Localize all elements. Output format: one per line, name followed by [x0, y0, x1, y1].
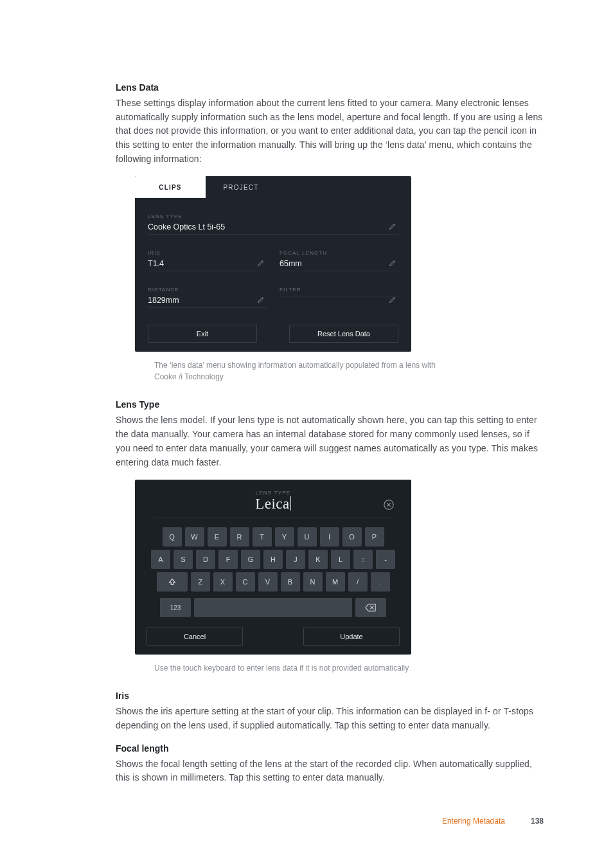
label-lens-type: LENS TYPE — [148, 213, 398, 219]
key-s[interactable]: S — [173, 550, 193, 569]
heading-focal-length: Focal length — [116, 743, 544, 754]
field-distance[interactable]: DISTANCE 1829mm — [148, 287, 267, 308]
value-distance: 1829mm — [148, 296, 267, 305]
keyboard-input[interactable]: Leica — [255, 496, 291, 512]
pencil-icon[interactable] — [387, 257, 398, 269]
label-filter: FILTER — [280, 287, 398, 293]
field-focal-length[interactable]: FOCAL LENGTH 65mm — [280, 250, 398, 271]
heading-lens-type: Lens Type — [116, 399, 544, 410]
key-l[interactable]: L — [331, 550, 350, 569]
key-k[interactable]: K — [308, 550, 328, 569]
key-.[interactable]: . — [371, 572, 390, 592]
key-f[interactable]: F — [218, 550, 238, 569]
field-lens-type[interactable]: LENS TYPE Cooke Optics Lt 5i-65 — [148, 213, 398, 235]
label-focal-length: FOCAL LENGTH — [280, 250, 398, 256]
lens-data-panel: CLIPS PROJECT LENS TYPE Cooke Optics Lt … — [135, 176, 411, 352]
shift-key[interactable] — [157, 572, 188, 592]
value-iris: T1.4 — [148, 259, 267, 268]
heading-lens-data: Lens Data — [116, 82, 544, 93]
key-m[interactable]: M — [326, 572, 345, 592]
footer-page-number: 138 — [531, 817, 544, 826]
caption-lens-data: The ‘lens data’ menu showing information… — [154, 359, 437, 383]
key-n[interactable]: N — [303, 572, 323, 592]
pencil-icon[interactable] — [387, 221, 398, 232]
field-iris[interactable]: IRIS T1.4 — [148, 250, 267, 271]
key-x[interactable]: X — [213, 572, 233, 592]
keyboard-rows: QWERTYUIOP ASDFGHJKL:- ZXCVBNM/. 123 — [147, 527, 400, 617]
value-focal-length: 65mm — [280, 259, 398, 268]
pencil-icon[interactable] — [255, 294, 267, 305]
exit-button[interactable]: Exit — [148, 325, 257, 343]
clear-icon[interactable] — [382, 498, 396, 512]
key-h[interactable]: H — [263, 550, 283, 569]
pencil-icon[interactable] — [255, 257, 267, 269]
key-j[interactable]: J — [286, 550, 305, 569]
caption-keyboard: Use the touch keyboard to enter lens dat… — [154, 662, 488, 674]
tab-clips[interactable]: CLIPS — [135, 176, 206, 198]
key-a[interactable]: A — [151, 550, 170, 569]
backspace-key[interactable] — [355, 598, 386, 617]
key-g[interactable]: G — [241, 550, 260, 569]
keyboard-panel: LENS TYPE Leica QWERTYUIOP ASDFGHJKL:- Z… — [135, 480, 411, 655]
keyboard-field-label: LENS TYPE — [154, 490, 392, 496]
cancel-button[interactable]: Cancel — [147, 628, 243, 646]
keyboard-row: ASDFGHJKL:- — [151, 550, 395, 569]
page-footer: Entering Metadata 138 — [0, 817, 613, 826]
key-o[interactable]: O — [342, 527, 362, 547]
key-w[interactable]: W — [185, 527, 204, 547]
paragraph-iris: Shows the iris aperture setting at the s… — [116, 705, 544, 732]
key-v[interactable]: V — [258, 572, 278, 592]
footer-section: Entering Metadata — [442, 817, 505, 826]
paragraph-lens-data: These settings display information about… — [116, 96, 544, 166]
key-q[interactable]: Q — [163, 527, 182, 547]
tabs: CLIPS PROJECT — [135, 176, 411, 198]
tab-project[interactable]: PROJECT — [206, 176, 276, 198]
keyboard-row: QWERTYUIOP — [163, 527, 384, 547]
paragraph-lens-type: Shows the lens model. If your lens type … — [116, 413, 544, 469]
key-u[interactable]: U — [298, 527, 317, 547]
key-b[interactable]: B — [281, 572, 300, 592]
update-button[interactable]: Update — [303, 628, 400, 646]
value-lens-type: Cooke Optics Lt 5i-65 — [148, 222, 398, 231]
key-p[interactable]: P — [365, 527, 384, 547]
keyboard-row: ZXCVBNM/. — [157, 572, 390, 592]
key-e[interactable]: E — [208, 527, 227, 547]
key-d[interactable]: D — [196, 550, 215, 569]
reset-lens-data-button[interactable]: Reset Lens Data — [289, 325, 398, 343]
pencil-icon[interactable] — [387, 294, 398, 305]
key--[interactable]: - — [376, 550, 395, 569]
field-filter[interactable]: FILTER — [280, 287, 398, 308]
key-z[interactable]: Z — [191, 572, 210, 592]
space-key[interactable] — [194, 598, 352, 617]
key-y[interactable]: Y — [275, 527, 294, 547]
key-c[interactable]: C — [236, 572, 255, 592]
paragraph-focal-length: Shows the focal length setting of the le… — [116, 757, 544, 785]
label-iris: IRIS — [148, 250, 267, 256]
key-r[interactable]: R — [230, 527, 249, 547]
key-:[interactable]: : — [353, 550, 373, 569]
heading-iris: Iris — [116, 691, 544, 701]
numeric-toggle-key[interactable]: 123 — [160, 598, 191, 617]
label-distance: DISTANCE — [148, 287, 267, 293]
key-/[interactable]: / — [348, 572, 368, 592]
key-t[interactable]: T — [253, 527, 272, 547]
key-i[interactable]: I — [320, 527, 339, 547]
